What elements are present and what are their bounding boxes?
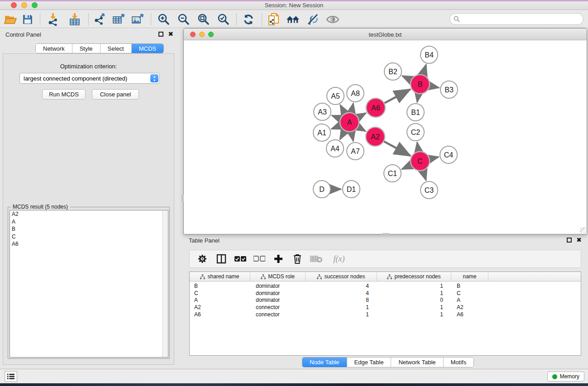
graph-edge-A-A3[interactable] <box>332 115 340 119</box>
tab-edge-table[interactable]: Edge Table <box>347 357 392 367</box>
float-panel-icon[interactable] <box>158 32 163 37</box>
table-cell[interactable]: A2 <box>190 304 250 311</box>
table-cell[interactable]: A2 <box>451 304 488 311</box>
graph-edge-C-C1[interactable] <box>402 165 411 169</box>
table-row-B[interactable]: Bdominator41B <box>190 282 581 290</box>
table-cell[interactable]: connector <box>250 311 306 318</box>
eye-icon[interactable] <box>326 13 339 26</box>
table-cell[interactable]: A <box>190 296 250 304</box>
delete-table-icon[interactable] <box>310 253 323 265</box>
table-cell[interactable]: C <box>190 290 250 297</box>
export-image-icon[interactable] <box>131 13 144 26</box>
tab-style[interactable]: Style <box>72 44 100 53</box>
zoom-in-icon[interactable] <box>157 13 170 26</box>
table-cell[interactable]: dominator <box>250 282 306 290</box>
mcds-result-item[interactable]: A6 <box>10 240 168 248</box>
refresh-view-icon[interactable] <box>242 13 255 26</box>
import-table-icon[interactable] <box>68 13 81 26</box>
criterion-dropdown[interactable]: largest connected component (directed) ▲… <box>19 73 160 84</box>
zoom-out-icon[interactable] <box>177 13 190 26</box>
table-cell[interactable]: 1 <box>377 282 451 290</box>
tab-mcds[interactable]: MCDS <box>132 44 163 53</box>
table-cell[interactable]: 1 <box>377 304 451 311</box>
table-cell[interactable]: 1 <box>306 311 377 318</box>
column-header-predecessor-nodes[interactable]: predecessor nodes <box>377 272 451 281</box>
table-cell[interactable]: A <box>451 296 488 304</box>
tab-node-table[interactable]: Node Table <box>302 357 347 367</box>
graph-edge-A6-B[interactable] <box>384 90 410 103</box>
float-table-panel-icon[interactable] <box>567 238 572 243</box>
tab-network[interactable]: Network <box>36 44 72 53</box>
function-builder-icon[interactable]: f(x) <box>329 253 349 265</box>
close-panel-icon[interactable]: ✖ <box>168 32 173 37</box>
table-cell[interactable]: A6 <box>190 311 250 318</box>
graph-edge-A-A1[interactable] <box>332 126 340 129</box>
mcds-list-scrollbar[interactable] <box>162 210 168 357</box>
tab-network-table[interactable]: Network Table <box>391 357 443 367</box>
table-row-C[interactable]: Cdominator41C <box>190 290 581 297</box>
save-session-icon[interactable] <box>21 13 34 26</box>
table-cell[interactable]: 0 <box>377 296 451 304</box>
column-header-name[interactable]: name <box>451 272 488 281</box>
column-header-successor-nodes[interactable]: successor nodes <box>306 272 377 281</box>
show-column-icon[interactable] <box>215 253 228 265</box>
graph-edge-C-C2[interactable] <box>417 143 419 152</box>
mcds-result-item[interactable]: B <box>10 225 168 233</box>
graph-edge-A-A2[interactable] <box>358 127 365 131</box>
graph-edge-B-B2[interactable] <box>402 76 411 80</box>
graph-edge-B-B1[interactable] <box>417 94 419 102</box>
column-header-MCDS-role[interactable]: MCDS role <box>250 272 306 281</box>
close-panel-button[interactable]: Close panel <box>92 89 139 100</box>
table-cell[interactable]: C <box>451 290 488 297</box>
task-history-button[interactable] <box>5 371 17 382</box>
table-cell[interactable]: 1 <box>377 311 451 318</box>
table-cell[interactable]: B <box>451 282 488 290</box>
select-all-check-icon[interactable] <box>234 253 247 265</box>
network-window-titlebar[interactable]: testGlobe.txt <box>184 29 587 40</box>
graph-edge-A-A5[interactable] <box>340 105 345 113</box>
table-cell[interactable]: dominator <box>250 296 306 304</box>
zoom-selected-icon[interactable] <box>216 13 230 26</box>
zoom-fit-icon[interactable] <box>196 13 210 26</box>
graph-edge-B-B3[interactable] <box>430 86 439 88</box>
export-table-icon[interactable] <box>112 13 125 26</box>
tab-select[interactable]: Select <box>100 44 132 53</box>
settings-gear-icon[interactable] <box>196 253 209 265</box>
table-row-A2[interactable]: A2connector11A2 <box>190 304 581 311</box>
mcds-result-item[interactable]: C <box>10 233 168 241</box>
hide-graphics-details-icon[interactable]: f <box>306 13 320 26</box>
graph-edge-C-C4[interactable] <box>430 157 438 159</box>
table-cell[interactable]: A6 <box>451 311 488 318</box>
mcds-result-list[interactable]: A2ABCA6 <box>10 210 168 357</box>
table-cell[interactable]: 4 <box>306 282 377 290</box>
split-divider-handle-left[interactable] <box>182 195 184 202</box>
graph-edge-A2-C[interactable] <box>384 142 410 156</box>
table-cell[interactable]: 1 <box>377 290 451 297</box>
export-network-icon[interactable] <box>93 13 106 26</box>
add-column-icon[interactable] <box>272 253 285 265</box>
window-resize-grip[interactable] <box>580 227 586 234</box>
graph-edge-A-A4[interactable] <box>340 131 344 139</box>
table-cell[interactable]: 1 <box>306 304 377 311</box>
mcds-result-item[interactable]: A <box>10 218 168 226</box>
delete-column-icon[interactable] <box>291 253 304 265</box>
home-icon[interactable] <box>286 13 300 26</box>
search-input[interactable] <box>462 16 583 22</box>
mcds-result-item[interactable]: A2 <box>10 210 168 218</box>
graph-edge-C-C3[interactable] <box>423 171 426 180</box>
table-cell[interactable]: dominator <box>250 290 306 297</box>
network-overview-icon[interactable] <box>267 13 281 26</box>
column-header-shared-name[interactable]: shared name <box>190 272 250 281</box>
table-cell[interactable]: 4 <box>306 290 377 297</box>
graph-edge-A-A8[interactable] <box>351 104 353 113</box>
close-table-panel-icon[interactable]: ✖ <box>576 238 582 243</box>
run-mcds-button[interactable]: Run MCDS <box>42 89 86 100</box>
tab-motifs[interactable]: Motifs <box>444 357 474 367</box>
deselect-all-icon[interactable] <box>253 253 266 265</box>
graph-edge-A-A7[interactable] <box>351 132 353 141</box>
network-canvas[interactable]: B4B2BB3A5A8A6A3B1AA1C2A2A4A7C4CC1C3DD1 <box>184 41 586 234</box>
graph-edge-A-A6[interactable] <box>358 113 366 117</box>
table-cell[interactable]: 8 <box>306 296 377 304</box>
table-row-A6[interactable]: A6connector11A6 <box>190 311 581 318</box>
graph-edge-B-B4[interactable] <box>423 65 426 75</box>
